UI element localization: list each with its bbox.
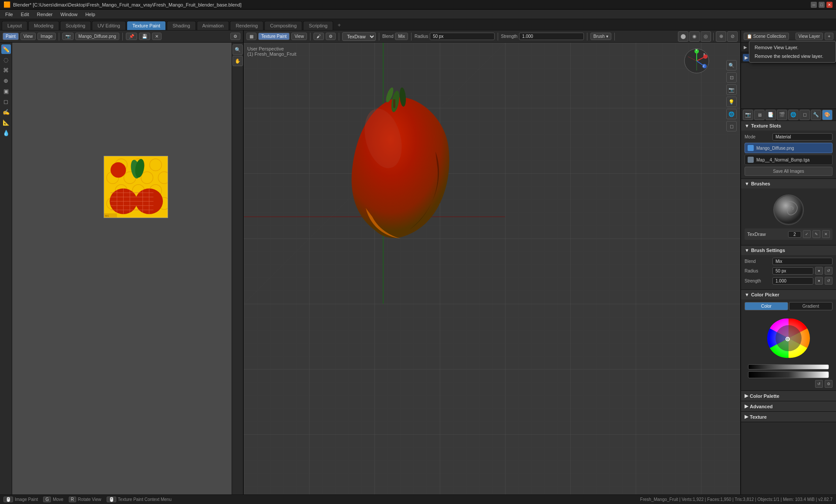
color-palette-header[interactable]: ▶ Color Palette — [741, 391, 836, 401]
prop-modifier-icon[interactable]: 🔧 — [811, 110, 821, 120]
image-settings-btn[interactable]: ⚙ — [230, 33, 240, 40]
brushes-header[interactable]: ▼ Brushes — [741, 179, 836, 188]
tab-color[interactable]: Color — [745, 302, 788, 310]
menu-help[interactable]: Help — [82, 11, 99, 18]
vp-zoom-extents[interactable]: ⊡ — [726, 72, 737, 83]
image-pin-btn[interactable]: 📌 — [126, 33, 137, 40]
menu-render[interactable]: Render — [34, 11, 56, 18]
remove-view-layer-item[interactable]: Remove View Layer. — [749, 43, 836, 52]
image-filename[interactable]: Mango_Diffuse.png — [75, 33, 119, 40]
brush-settings-header[interactable]: ▼ Brush Settings — [741, 245, 836, 255]
tab-layout[interactable]: Layout — [2, 21, 27, 30]
tab-texture-paint[interactable]: Texture Paint — [127, 21, 166, 30]
erase-tool[interactable]: ◻ — [1, 97, 11, 106]
overlay-btn[interactable]: ⊕ — [716, 31, 726, 42]
vp-brush-select[interactable]: Brush ▾ — [590, 33, 611, 40]
clone-tool[interactable]: ⊕ — [1, 76, 11, 85]
radius-animate-btn[interactable]: ● — [815, 267, 823, 275]
vp-camera-btn[interactable]: 📷 — [726, 84, 737, 95]
xray-btn[interactable]: ⊘ — [727, 31, 738, 42]
vp-strength-input[interactable]: 1.000 — [519, 33, 583, 40]
menu-file[interactable]: File — [2, 11, 17, 18]
vp-texture-paint-btn[interactable]: Texture Paint — [258, 33, 290, 40]
vp-zoom-in[interactable]: 🔍 — [726, 60, 737, 71]
nav-hand-btn[interactable]: ✋ — [233, 56, 243, 66]
color-wheel[interactable] — [767, 316, 810, 360]
vp-radius-input[interactable]: 50 px — [430, 33, 494, 40]
vp-blend-value[interactable]: Mix — [395, 33, 408, 40]
tab-shading[interactable]: Shading — [167, 21, 196, 30]
prop-scene-icon[interactable]: 🎬 — [777, 110, 787, 120]
menu-window[interactable]: Window — [57, 11, 81, 18]
tab-rendering[interactable]: Rendering — [230, 21, 263, 30]
3d-viewport-canvas[interactable]: User Perspective (1) Fresh_Mango_Fruit — [244, 43, 740, 494]
image-canvas[interactable]: IMG — [12, 43, 232, 494]
viewport-shading-solid[interactable]: ⬤ — [678, 31, 688, 42]
vp-brush-icon[interactable]: 🖌 — [314, 33, 324, 40]
remove-selected-view-layer-item[interactable]: Remove the selected view layer. — [749, 52, 836, 60]
image-close-btn[interactable]: ✕ — [152, 33, 162, 40]
vp-view-btn[interactable]: View — [291, 33, 307, 40]
paint-mode-btn[interactable]: Paint — [3, 33, 19, 40]
viewport-shading-rendered[interactable]: ◎ — [701, 31, 711, 42]
color-reset-btn[interactable]: ↺ — [815, 380, 823, 388]
vp-world-btn[interactable]: 🌐 — [726, 109, 737, 119]
texdraw-check[interactable]: ✓ — [803, 230, 811, 238]
scene-collection-expand[interactable]: ▶ — [744, 45, 747, 50]
vp-editor-type[interactable]: ▦ — [246, 33, 256, 40]
strength-animate-btn[interactable]: ● — [815, 277, 823, 285]
color-value-strip[interactable] — [748, 364, 829, 370]
soften-tool[interactable]: ◌ — [1, 55, 11, 64]
tab-compositing[interactable]: Compositing — [264, 21, 302, 30]
texdraw-edit[interactable]: ✎ — [812, 230, 820, 238]
smear-tool[interactable]: ⌘ — [1, 65, 11, 75]
minimize-button[interactable]: ─ — [811, 2, 817, 8]
tab-sculpting[interactable]: Sculpting — [60, 21, 91, 30]
prop-world-icon[interactable]: 🌐 — [788, 110, 799, 120]
draw-tool[interactable]: ✏️ — [1, 44, 11, 54]
prop-view-layer-icon[interactable]: 📑 — [765, 110, 776, 120]
radius-reset-btn[interactable]: ↺ — [825, 267, 833, 275]
save-all-images-btn[interactable]: Save All Images — [745, 167, 833, 176]
color-black-white-strip[interactable] — [748, 371, 829, 378]
texture-slots-header[interactable]: ▼ Texture Slots — [741, 121, 836, 131]
prop-render-icon[interactable]: 📷 — [743, 110, 753, 120]
vp-brush-settings-icon[interactable]: ⚙ — [326, 33, 336, 40]
sample-tool[interactable]: 💧 — [1, 128, 11, 138]
vp-lamp-btn[interactable]: 💡 — [726, 97, 737, 107]
prop-material-icon[interactable]: 🎨 — [822, 110, 833, 120]
tab-animation[interactable]: Animation — [197, 21, 229, 30]
strength-value[interactable]: 1.000 — [772, 277, 813, 285]
color-settings-btn[interactable]: ⚙ — [825, 380, 833, 388]
strength-reset-btn[interactable]: ↺ — [825, 277, 833, 285]
texture-slot-diffuse[interactable]: Mango_Diffuse.png — [745, 143, 833, 153]
zoom-in-btn[interactable]: 🔍 — [233, 44, 243, 55]
close-button[interactable]: ✕ — [826, 2, 833, 8]
tab-scripting[interactable]: Scripting — [303, 21, 333, 30]
scene-collection-btn[interactable]: 📋 Scene Collection — [744, 33, 789, 40]
color-picker-header[interactable]: ▼ Color Picker — [741, 290, 836, 299]
viewport-shading-material[interactable]: ◉ — [689, 31, 700, 42]
menu-edit[interactable]: Edit — [17, 11, 33, 18]
texture-header[interactable]: ▶ Texture — [741, 412, 836, 422]
vp-mode-select[interactable]: TexDraw — [342, 32, 376, 41]
image-selector[interactable]: 📷 — [62, 33, 74, 40]
maximize-button[interactable]: □ — [819, 2, 825, 8]
tab-add-button[interactable]: + — [334, 20, 344, 30]
fill-tool[interactable]: ▣ — [1, 86, 11, 96]
new-layer-btn[interactable]: + — [825, 33, 833, 40]
texdraw-close[interactable]: ✕ — [822, 230, 830, 238]
view-menu-btn[interactable]: View — [20, 33, 36, 40]
tab-uv-editing[interactable]: UV Editing — [92, 21, 126, 30]
image-save-btn[interactable]: 💾 — [139, 33, 150, 40]
mode-value[interactable]: Material — [772, 133, 833, 141]
advanced-header[interactable]: ▶ Advanced — [741, 401, 836, 411]
vp-object-btn[interactable]: ◻ — [726, 121, 737, 131]
annotate-tool[interactable]: ✍ — [1, 107, 11, 117]
texture-slot-normal[interactable]: Map__4_Normal_Bump.tga — [745, 155, 833, 165]
radius-value[interactable]: 50 px — [772, 267, 813, 275]
tab-gradient[interactable]: Gradient — [789, 302, 833, 310]
image-menu-btn[interactable]: Image — [37, 33, 56, 40]
tab-modeling[interactable]: Modeling — [28, 21, 59, 30]
view-layer-btn[interactable]: View Layer — [796, 33, 823, 40]
